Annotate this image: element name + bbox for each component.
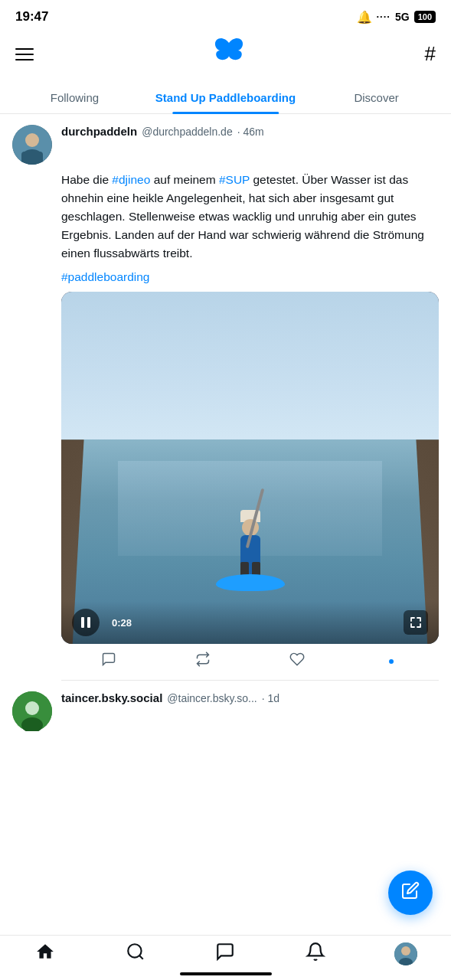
nav-search[interactable]	[90, 942, 181, 966]
video-scene	[61, 292, 439, 644]
svg-point-9	[401, 946, 410, 956]
search-icon	[126, 942, 145, 966]
repost-icon	[195, 652, 211, 671]
tab-discover[interactable]: Discover	[302, 80, 451, 113]
svg-point-1	[25, 133, 39, 147]
messages-icon	[215, 942, 235, 966]
like-button[interactable]	[250, 652, 345, 671]
battery-indicator: 100	[414, 11, 436, 23]
second-post-time: · 1d	[262, 692, 279, 704]
nav-notifications[interactable]	[270, 942, 361, 966]
author-handle: @durchpaddeln.de	[142, 126, 233, 138]
post-actions	[61, 644, 439, 681]
post-header: durchpaddeln @durchpaddeln.de · 46m	[12, 125, 439, 165]
avatar[interactable]	[12, 125, 52, 165]
profile-avatar[interactable]	[394, 942, 417, 965]
author-line: durchpaddeln @durchpaddeln.de · 46m	[61, 125, 439, 138]
status-time: 19:47	[15, 9, 48, 24]
second-post-preview: taincer.bsky.social @taincer.bsky.so... …	[0, 681, 451, 731]
post-body: Habe die #djineo auf meinem #SUP geteste…	[61, 171, 439, 263]
bell-icon: 🔔	[357, 10, 372, 24]
fullscreen-button[interactable]	[404, 610, 428, 635]
home-icon	[35, 942, 55, 966]
explore-button[interactable]: #	[425, 42, 436, 66]
svg-point-5	[25, 701, 39, 715]
app-logo	[214, 37, 244, 71]
nav-home[interactable]	[0, 942, 90, 966]
post-time: · 46m	[237, 126, 264, 138]
nav-tabs: Following Stand Up Paddleboarding Discov…	[0, 80, 451, 114]
video-person	[220, 469, 281, 591]
more-button[interactable]	[345, 659, 439, 664]
hashtag-djineo[interactable]: #djineo	[112, 173, 150, 186]
second-post-meta: taincer.bsky.social @taincer.bsky.so... …	[61, 691, 439, 704]
avatar-image	[12, 125, 52, 165]
tab-standup[interactable]: Stand Up Paddleboarding	[149, 80, 302, 113]
tab-following[interactable]: Following	[0, 80, 149, 113]
pause-button[interactable]	[72, 609, 100, 636]
signal-icon: ····	[377, 11, 391, 22]
home-indicator	[180, 972, 272, 975]
heart-icon	[289, 652, 305, 671]
pause-icon	[81, 617, 90, 628]
post-main-hashtag[interactable]: #paddleboarding	[61, 270, 439, 284]
person-board	[216, 574, 285, 591]
video-sky	[61, 292, 439, 450]
second-post-author-line: taincer.bsky.social @taincer.bsky.so... …	[61, 691, 439, 704]
video-controls: 0:28	[61, 601, 439, 644]
compose-fab[interactable]	[388, 871, 433, 915]
svg-point-7	[128, 944, 141, 957]
network-label: 5G	[395, 11, 410, 23]
post-container: durchpaddeln @durchpaddeln.de · 46m Habe…	[0, 114, 451, 681]
repost-button[interactable]	[155, 652, 250, 671]
second-author-handle: @taincer.bsky.so...	[167, 692, 257, 704]
app-header: #	[0, 31, 451, 80]
menu-button[interactable]	[15, 48, 34, 60]
post-meta: durchpaddeln @durchpaddeln.de · 46m	[61, 125, 439, 138]
nav-profile[interactable]	[361, 942, 451, 965]
comment-button[interactable]	[61, 652, 155, 671]
status-bar: 19:47 🔔 ···· 5G 100	[0, 0, 451, 31]
author-name: durchpaddeln	[61, 125, 137, 138]
second-author-name: taincer.bsky.social	[61, 691, 162, 704]
dot-indicator	[389, 659, 394, 664]
comment-icon	[101, 652, 116, 671]
nav-messages[interactable]	[181, 942, 271, 966]
second-post-avatar[interactable]	[12, 691, 52, 731]
bottom-nav	[0, 935, 451, 980]
video-player[interactable]: 0:28	[61, 292, 439, 644]
svg-rect-3	[21, 152, 43, 165]
notifications-icon	[306, 942, 325, 966]
compose-icon	[401, 881, 420, 904]
status-right: 🔔 ···· 5G 100	[357, 10, 436, 24]
hashtag-sup[interactable]: #SUP	[219, 173, 250, 186]
video-time: 0:28	[112, 617, 132, 629]
